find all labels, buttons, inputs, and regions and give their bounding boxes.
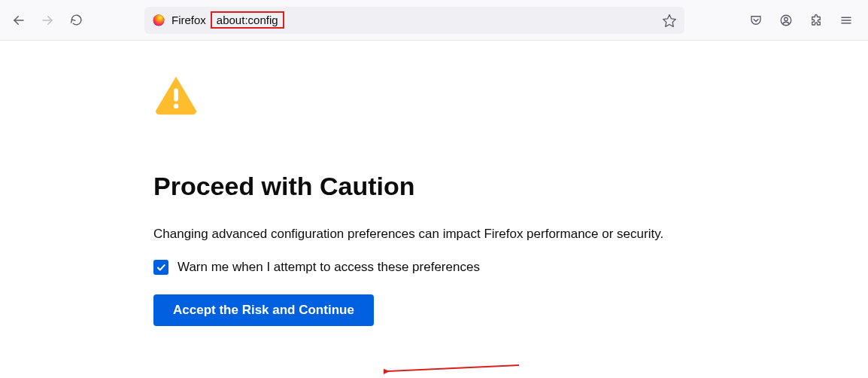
page-content: Proceed with Caution Changing advanced c… — [0, 41, 868, 326]
page-description: Changing advanced configuration preferen… — [153, 227, 868, 242]
svg-point-10 — [174, 104, 178, 108]
warn-checkbox-label: Warn me when I attempt to access these p… — [178, 260, 480, 275]
toolbar-right-icons — [743, 8, 859, 33]
svg-marker-3 — [663, 14, 676, 26]
page-title: Proceed with Caution — [153, 172, 868, 201]
bookmark-star-icon[interactable] — [662, 13, 677, 28]
warn-checkbox-row: Warn me when I attempt to access these p… — [153, 260, 868, 275]
svg-rect-9 — [174, 89, 178, 102]
url-bar[interactable]: Firefox about:config — [144, 7, 684, 34]
pocket-button[interactable] — [743, 8, 769, 33]
account-icon — [779, 14, 793, 27]
arrow-left-icon — [12, 14, 26, 27]
menu-button[interactable] — [833, 8, 859, 33]
check-icon — [156, 262, 166, 273]
reload-icon — [70, 14, 83, 26]
warn-checkbox[interactable] — [153, 260, 168, 275]
reload-button[interactable] — [63, 8, 89, 33]
firefox-logo-icon — [152, 14, 165, 27]
svg-point-5 — [785, 17, 788, 21]
hamburger-icon — [839, 14, 853, 27]
warning-triangle-icon — [153, 74, 199, 116]
forward-button[interactable] — [35, 8, 60, 33]
url-text-highlighted: about:config — [211, 11, 284, 29]
back-button[interactable] — [6, 8, 32, 33]
browser-toolbar: Firefox about:config — [0, 0, 868, 41]
svg-line-11 — [388, 365, 519, 371]
account-button[interactable] — [773, 8, 799, 33]
arrow-right-icon — [41, 14, 54, 27]
url-input[interactable] — [290, 14, 656, 26]
puzzle-icon — [809, 14, 823, 27]
extensions-button[interactable] — [803, 8, 829, 33]
site-identity-label: Firefox — [171, 14, 206, 26]
accept-risk-button[interactable]: Accept the Risk and Continue — [153, 294, 374, 326]
pocket-icon — [749, 14, 763, 27]
annotation-arrow-icon — [384, 361, 527, 378]
